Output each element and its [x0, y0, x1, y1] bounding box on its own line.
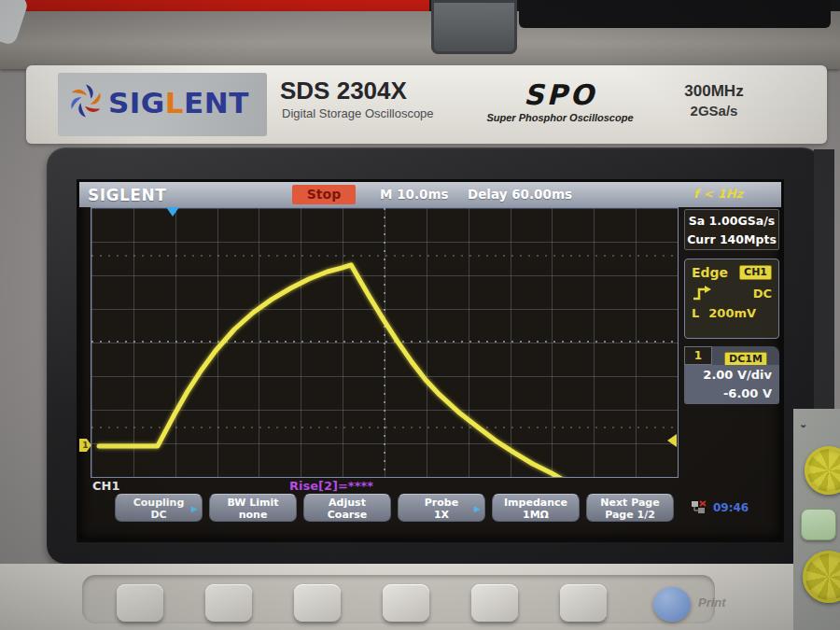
timebase-readout: M 10.0ms: [380, 187, 449, 202]
menu-value: DC: [116, 509, 202, 521]
menu-value: none: [210, 509, 296, 521]
chevron-right-icon: ▶: [191, 503, 198, 515]
brand-part2: L: [165, 86, 184, 119]
spo-subtitle: Super Phosphor Oscilloscope: [448, 112, 672, 123]
top-slot: [519, 0, 831, 28]
run-state-badge: Stop: [292, 185, 356, 204]
carry-handle[interactable]: [431, 0, 517, 54]
acquisition-box: Sa 1.00GSa/s Curr 140Mpts: [684, 209, 779, 250]
channel-box[interactable]: 2.00 V/div -6.00 V: [684, 365, 779, 404]
menu-label: Impedance: [493, 497, 579, 509]
menu-value: 1MΩ: [493, 509, 579, 521]
menu-nextpage-button[interactable]: Next Page Page 1/2: [586, 494, 674, 522]
menu-coupling-button[interactable]: Coupling DC ▶: [115, 494, 203, 522]
oscilloscope-screen[interactable]: SIGLENT Stop M 10.0ms Delay 60.00ms f < …: [79, 182, 781, 539]
softkey-4[interactable]: [383, 584, 429, 622]
brand-part3: ENT: [184, 86, 249, 119]
memory-depth-readout: Curr 140Mpts: [685, 231, 778, 249]
channel-scale-readout: 2.00 V/div: [684, 366, 772, 385]
trigger-level-label: L: [692, 306, 699, 320]
menu-value: Coarse: [304, 509, 390, 521]
softkey-1[interactable]: [117, 584, 163, 622]
trigger-level-value: 200mV: [708, 306, 756, 320]
channel-enable-button[interactable]: [801, 509, 836, 540]
bandwidth-spec: 300MHz: [653, 82, 775, 101]
channel-number-tab[interactable]: 1: [684, 346, 712, 365]
print-button[interactable]: [653, 587, 691, 622]
channel-box-tabs[interactable]: 1 DC1M: [684, 346, 779, 365]
menu-label: Probe: [399, 497, 484, 509]
menu-impedance-button[interactable]: Impedance 1MΩ: [492, 494, 580, 522]
brand-logo-text: SIGLENT: [108, 86, 249, 119]
trigger-coupling: DC: [753, 287, 772, 301]
panel-marking: ⌄: [799, 418, 807, 430]
model-subtitle: Digital Storage Oscilloscope: [282, 106, 434, 120]
waveform-plot: [91, 208, 678, 477]
oscilloscope-photo: SIGLENT SDS 2304X Digital Storage Oscill…: [0, 0, 840, 630]
print-label: Print: [698, 595, 726, 609]
sample-rate-readout: Sa 1.00GSa/s: [685, 212, 778, 231]
frequency-counter: f < 1Hz: [693, 187, 743, 201]
measurement-readout: Rise[2]=****: [289, 479, 373, 493]
active-channel-label: CH1: [92, 479, 119, 493]
network-disconnected-icon: [691, 500, 707, 514]
bezel-side: [814, 149, 834, 420]
softkey-3[interactable]: [294, 584, 341, 622]
channel-coupling-tab[interactable]: DC1M: [712, 346, 779, 365]
sample-rate-spec: 2GSa/s: [653, 103, 775, 119]
trigger-box[interactable]: Edge CH1 DC L 200mV: [684, 259, 779, 339]
rising-edge-icon: [692, 286, 712, 301]
delay-readout: Delay 60.00ms: [468, 187, 572, 202]
chevron-right-icon: ▶: [474, 503, 481, 515]
clock-readout: 09:46: [713, 501, 749, 514]
waveform-trace: [99, 265, 564, 477]
menu-label: Coupling: [116, 497, 202, 509]
menu-value: 1X: [399, 509, 484, 521]
menu-label: BW Limit: [210, 497, 296, 509]
screen-logo: SIGLENT: [88, 186, 166, 204]
spo-logo: SPO: [467, 78, 653, 111]
menu-bwlimit-button[interactable]: BW Limit none: [209, 494, 297, 522]
menu-label: Adjust: [304, 497, 390, 509]
softkey-6[interactable]: [560, 584, 607, 622]
siglent-swirl-icon: [65, 80, 106, 121]
model-name: SDS 2304X: [280, 77, 407, 105]
trigger-type: Edge: [692, 265, 728, 280]
menu-value: Page 1/2: [587, 509, 673, 521]
softkey-2[interactable]: [205, 584, 252, 622]
menu-probe-button[interactable]: Probe 1X ▶: [398, 494, 485, 522]
trigger-source-badge: CH1: [739, 265, 772, 280]
trigger-level-marker[interactable]: [667, 434, 677, 447]
softkey-5[interactable]: [471, 584, 518, 622]
trigger-position-marker[interactable]: [166, 207, 179, 217]
menu-adjust-button[interactable]: Adjust Coarse: [303, 494, 391, 522]
menu-label: Next Page: [587, 497, 673, 509]
channel-offset-readout: -6.00 V: [684, 385, 772, 403]
brand-part1: SIG: [108, 86, 165, 119]
